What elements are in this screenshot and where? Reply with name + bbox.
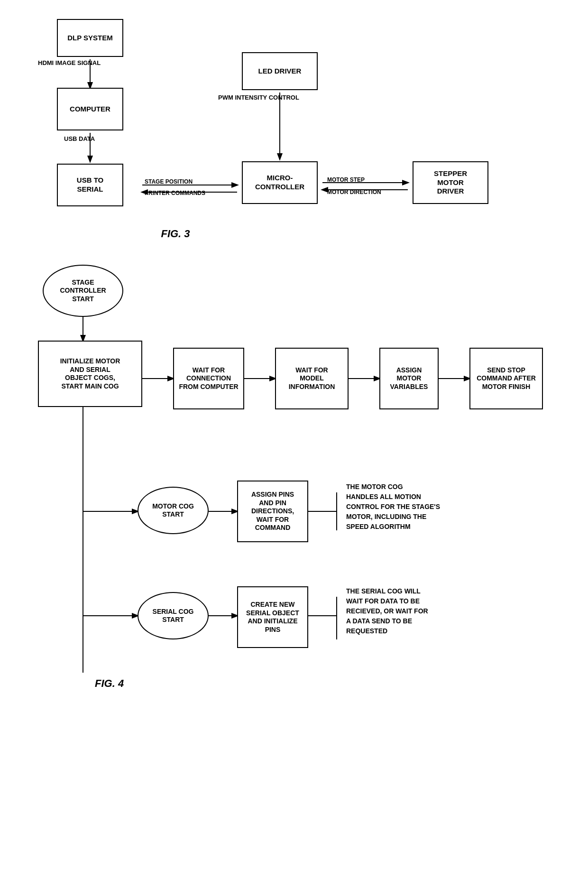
motor-cog-start-oval: MOTOR COG START [138,487,209,534]
wait-connection-box: WAIT FOR CONNECTION FROM COMPUTER [173,348,244,409]
dlp-system-box: DLP SYSTEM [57,19,123,57]
motor-cog-note: THE MOTOR COG HANDLES ALL MOTION CONTROL… [346,482,526,532]
led-driver-box: LED DRIVER [242,52,318,90]
stepper-driver-box: STEPPER MOTOR DRIVER [413,161,488,204]
microcontroller-box: MICRO- CONTROLLER [242,161,318,204]
initialize-motor-box: INITIALIZE MOTOR AND SERIAL OBJECT COGS,… [38,341,142,407]
send-stop-box: SEND STOP COMMAND AFTER MOTOR FINISH [469,348,543,409]
wait-model-box: WAIT FOR MODEL INFORMATION [275,348,349,409]
stage-pos-label: STAGE POSITION [145,178,193,185]
computer-box: COMPUTER [57,88,123,130]
fig4-label: FIG. 4 [95,677,124,690]
fig3-label: FIG. 3 [128,228,223,240]
stage-controller-start-oval: STAGE CONTROLLER START [43,265,123,317]
fig3-diagram: DLP SYSTEM HDMI IMAGE SIGNAL COMPUTER US… [33,14,555,247]
motor-step-label: MOTOR STEP [327,176,365,183]
serial-cog-start-oval: SERIAL COG START [138,592,209,639]
motor-dir-label: MOTOR DIRECTION [327,189,381,195]
usb-data-label: USB DATA [64,135,95,142]
usb-serial-box: USB TO SERIAL [57,164,123,206]
assign-pins-box: ASSIGN PINS AND PIN DIRECTIONS, WAIT FOR… [237,481,308,542]
pwm-label: PWM INTENSITY CONTROL [218,94,299,101]
serial-cog-note: THE SERIAL COG WILL WAIT FOR DATA TO BE … [346,586,536,636]
printer-cmd-label: PRINTER COMMANDS [145,190,205,196]
hdmi-label: HDMI IMAGE SIGNAL [38,59,101,66]
assign-motor-box: ASSIGN MOTOR VARIABLES [379,348,439,409]
fig4-diagram: STAGE CONTROLLER START INITIALIZE MOTOR … [33,260,555,734]
create-serial-box: CREATE NEW SERIAL OBJECT AND INITIALIZE … [237,586,308,648]
